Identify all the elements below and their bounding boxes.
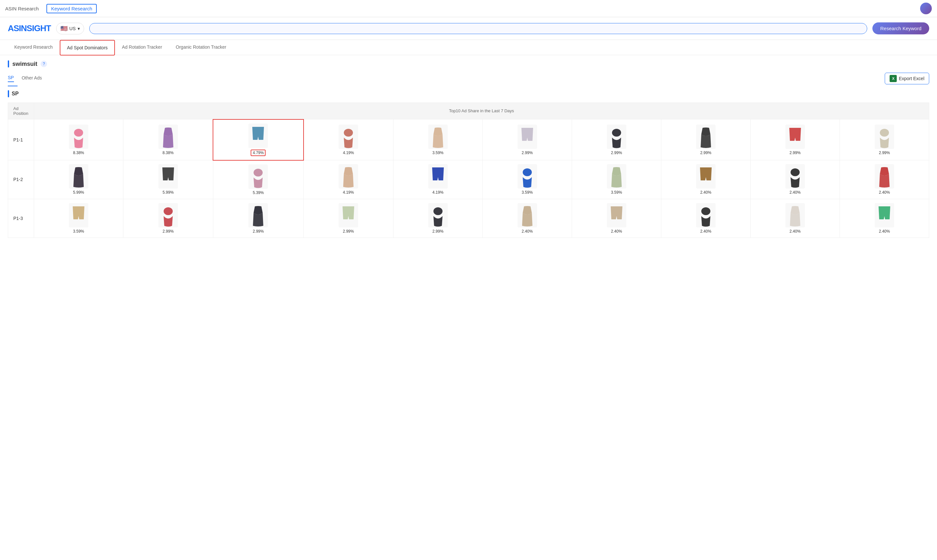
- user-avatar[interactable]: [920, 3, 932, 14]
- svg-point-29: [163, 207, 173, 215]
- country-selector[interactable]: 🇺🇸 US ▾: [56, 23, 84, 34]
- product-cell[interactable]: 3.59%: [393, 119, 482, 160]
- asin-research-tab[interactable]: ASIN Research: [5, 6, 39, 11]
- keyword-search-input[interactable]: [89, 23, 867, 34]
- sub-tab-sp[interactable]: SP: [8, 75, 14, 82]
- logo-text: ASINSIGHT: [8, 23, 51, 33]
- product-cell[interactable]: 2.40%: [572, 199, 661, 237]
- product-cell[interactable]: 5.99%: [123, 160, 213, 199]
- ad-table: Ad Position Top10 Ad Share in the Last 7…: [8, 103, 929, 238]
- product-cell[interactable]: 2.40%: [840, 160, 929, 199]
- tab-ad-rotation-tracker[interactable]: Ad Rotation Tracker: [116, 40, 169, 55]
- product-percentage: 3.59%: [522, 190, 533, 195]
- keyword-title: swimsuit: [12, 61, 37, 68]
- svg-point-17: [254, 169, 263, 177]
- product-cell[interactable]: 2.99%: [572, 119, 661, 160]
- product-cell[interactable]: 3.59%: [34, 199, 123, 237]
- svg-point-5: [344, 129, 353, 137]
- table-row: P1-3 3.59% 2.99% 2.99% 2.99% 2.99% 2.40%…: [8, 199, 929, 237]
- product-percentage: 2.40%: [700, 229, 711, 234]
- product-percentage: 2.99%: [879, 151, 890, 155]
- table-row: P1-2 5.99% 5.99% 5.39% 4.19% 4.19% 3.59%…: [8, 160, 929, 199]
- product-percentage: 3.59%: [73, 229, 84, 234]
- product-percentage: 2.40%: [611, 229, 622, 234]
- product-percentage: 4.19%: [343, 151, 354, 155]
- product-cell[interactable]: 2.40%: [750, 199, 840, 237]
- sub-tabs-left: SP Other Ads: [8, 75, 42, 82]
- tab-ad-spot-dominators[interactable]: Ad Spot Dominators: [60, 40, 115, 55]
- product-cell[interactable]: 2.40%: [840, 199, 929, 237]
- product-percentage: 8.38%: [163, 151, 174, 155]
- export-excel-button[interactable]: X Export Excel: [885, 73, 929, 85]
- keyword-title-row: swimsuit ?: [8, 60, 929, 68]
- product-percentage: 2.99%: [343, 229, 354, 234]
- product-percentage: 2.99%: [700, 151, 711, 155]
- product-cell[interactable]: 2.99%: [840, 119, 929, 160]
- product-cell[interactable]: 5.99%: [34, 160, 123, 199]
- product-cell[interactable]: 2.40%: [482, 199, 572, 237]
- product-percentage: 2.99%: [790, 151, 801, 155]
- product-cell[interactable]: 2.40%: [661, 160, 750, 199]
- product-cell[interactable]: 2.99%: [661, 119, 750, 160]
- product-cell[interactable]: 3.59%: [482, 160, 572, 199]
- keyword-research-top-tab[interactable]: Keyword Research: [46, 4, 97, 13]
- product-percentage: 3.59%: [611, 190, 622, 195]
- sub-tab-divider: [8, 86, 17, 86]
- research-keyword-button[interactable]: Research Keyword: [872, 22, 929, 34]
- product-cell[interactable]: 2.99%: [393, 199, 482, 237]
- product-cell[interactable]: 2.40%: [661, 199, 750, 237]
- svg-point-25: [791, 168, 800, 176]
- country-label: US: [69, 26, 76, 31]
- sub-tab-other-ads[interactable]: Other Ads: [22, 75, 42, 82]
- product-percentage: 8.38%: [73, 151, 84, 155]
- product-cell[interactable]: 8.38%: [123, 119, 213, 160]
- product-percentage: 2.99%: [253, 229, 264, 234]
- svg-point-1: [74, 129, 83, 137]
- product-percentage: 5.99%: [163, 190, 174, 195]
- table-header-row: Ad Position Top10 Ad Share in the Last 7…: [8, 103, 929, 119]
- product-percentage: 2.40%: [700, 190, 711, 195]
- tab-organic-rotation-tracker[interactable]: Organic Rotation Tracker: [169, 40, 233, 55]
- info-icon[interactable]: ?: [41, 61, 47, 67]
- product-percentage: 2.40%: [790, 190, 801, 195]
- product-cell[interactable]: 4.19%: [393, 160, 482, 199]
- product-percentage: 2.40%: [879, 190, 890, 195]
- product-cell[interactable]: 2.99%: [213, 199, 303, 237]
- col-top10: Top10 Ad Share in the Last 7 Days: [34, 103, 929, 119]
- product-percentage: 3.59%: [433, 151, 444, 155]
- flag-icon: 🇺🇸: [60, 25, 68, 32]
- product-percentage: 5.99%: [73, 190, 84, 195]
- svg-point-13: [880, 129, 889, 137]
- header: ASINSIGHT 🇺🇸 US ▾ Research Keyword: [0, 17, 937, 40]
- svg-point-9: [612, 129, 621, 137]
- chevron-down-icon: ▾: [78, 26, 80, 31]
- product-cell[interactable]: 2.99%: [750, 119, 840, 160]
- table-row: P1-1 8.38% 8.38% 4.79% 4.19% 3.59% 2.99%…: [8, 119, 929, 160]
- product-percentage: 2.99%: [163, 229, 174, 234]
- product-cell[interactable]: 5.39%: [213, 160, 303, 199]
- sub-tabs-row: SP Other Ads X Export Excel: [8, 73, 929, 85]
- main-content: swimsuit ? SP Other Ads X Export Excel S…: [0, 55, 937, 243]
- product-cell[interactable]: 2.40%: [750, 160, 840, 199]
- product-percentage: 4.19%: [343, 190, 354, 195]
- product-cell[interactable]: 4.19%: [304, 119, 393, 160]
- sp-label: SP: [12, 91, 18, 97]
- product-cell[interactable]: 4.19%: [304, 160, 393, 199]
- product-percentage: 2.40%: [790, 229, 801, 234]
- product-cell[interactable]: 3.59%: [572, 160, 661, 199]
- product-percentage: 2.99%: [522, 151, 533, 155]
- sp-accent-bar: [8, 90, 9, 97]
- product-cell[interactable]: 4.79%: [213, 119, 303, 160]
- col-ad-position: Ad Position: [8, 103, 34, 119]
- product-cell[interactable]: 2.99%: [482, 119, 572, 160]
- product-cell[interactable]: 2.99%: [123, 199, 213, 237]
- position-label: P1-2: [8, 160, 34, 199]
- product-cell[interactable]: 8.38%: [34, 119, 123, 160]
- product-cell[interactable]: 2.99%: [304, 199, 393, 237]
- tab-keyword-research[interactable]: Keyword Research: [8, 40, 59, 55]
- product-percentage: 2.99%: [611, 151, 622, 155]
- position-label: P1-3: [8, 199, 34, 237]
- product-percentage: 2.40%: [879, 229, 890, 234]
- product-percentage: 2.40%: [522, 229, 533, 234]
- product-percentage: 4.19%: [433, 190, 444, 195]
